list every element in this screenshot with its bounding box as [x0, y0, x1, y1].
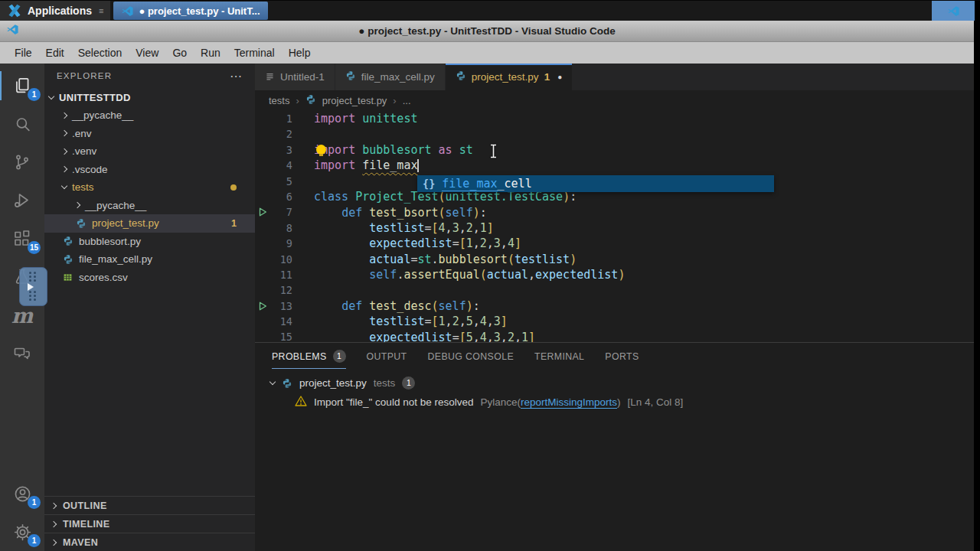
- activity-settings-button[interactable]: 1: [0, 513, 44, 551]
- more-actions-icon[interactable]: ⋯: [230, 69, 243, 83]
- python-icon: [456, 70, 466, 83]
- code-line-8: 8 testlist=[4,3,2,1]: [255, 220, 974, 236]
- code-line-13: 13 def test_desc(self):: [255, 298, 974, 314]
- tree-item-tests[interactable]: tests: [44, 178, 255, 197]
- activity-explorer-button[interactable]: 1: [0, 67, 44, 105]
- code-line-2: 2: [255, 126, 974, 142]
- panel-tab-output[interactable]: OUTPUT: [367, 343, 407, 369]
- activity-run-debug-button[interactable]: [0, 181, 44, 220]
- tree-item-label: file_max_cell.py: [79, 253, 152, 265]
- run-test-icon[interactable]: [257, 207, 268, 220]
- screen-overlay-drag-handle[interactable]: [19, 267, 47, 306]
- code-action-lightbulb-icon[interactable]: [316, 145, 326, 155]
- extensions-badge: 15: [28, 241, 41, 254]
- tree-item-scores-csv[interactable]: scores.csv: [44, 269, 255, 287]
- panel-tab-problems[interactable]: PROBLEMS1: [272, 343, 346, 369]
- python-icon: [345, 70, 356, 83]
- screen-edge: [975, 1, 980, 21]
- tree-item-label: tests: [72, 181, 94, 193]
- section-timeline[interactable]: TIMELINE: [44, 514, 255, 533]
- search-icon: [13, 115, 32, 134]
- menu-help[interactable]: Help: [282, 47, 318, 59]
- doc-icon: [265, 71, 275, 83]
- code-editor[interactable]: 1import unittest23import bubblesort as s…: [255, 111, 974, 342]
- suggest-widget[interactable]: {} file_max_cell: [417, 175, 774, 192]
- source-control-icon: [13, 153, 31, 171]
- tree-item-project-test-py[interactable]: project_test.py1: [44, 214, 255, 233]
- section-outline[interactable]: OUTLINE: [44, 496, 255, 514]
- tree-item--venv[interactable]: .venv: [44, 142, 255, 161]
- tree-item--vscode[interactable]: .vscode: [44, 161, 255, 179]
- tab-file-max-cell-py[interactable]: file_max_cell.py: [335, 64, 446, 90]
- code-lines: 1import unittest23import bubblesort as s…: [255, 111, 974, 342]
- breadcrumb-item[interactable]: ...: [403, 95, 411, 106]
- menu-file[interactable]: File: [8, 47, 39, 59]
- problem-message: Import "file_" could not be resolved: [314, 396, 473, 408]
- problem-file-group[interactable]: project_test.py tests 1: [255, 373, 974, 393]
- activity-account-button[interactable]: 1: [0, 474, 44, 513]
- menu-view[interactable]: View: [129, 47, 165, 59]
- tree-item-bubblesort-py[interactable]: bubblesort.py: [44, 233, 255, 251]
- panel-tab-ports[interactable]: PORTS: [605, 343, 639, 369]
- tree-item-label: project_test.py: [92, 217, 159, 229]
- account-badge: 1: [28, 496, 41, 509]
- tree-item--pycache-[interactable]: __pycache__: [44, 197, 255, 215]
- tree-item--env[interactable]: .env: [44, 125, 255, 143]
- activity-extensions-button[interactable]: 15: [0, 220, 44, 258]
- play-icon: [28, 283, 34, 291]
- menu-selection[interactable]: Selection: [71, 47, 129, 59]
- breadcrumb-item[interactable]: tests: [269, 95, 289, 106]
- tree-item-label: UNITTESTTDD: [59, 92, 131, 103]
- tab-label: file_max_cell.py: [361, 71, 435, 83]
- tree-item-label: __pycache__: [72, 109, 133, 121]
- gutter: 9: [255, 236, 314, 251]
- taskbar-right-button[interactable]: [932, 1, 975, 21]
- applications-menu-button[interactable]: Applications ≡: [0, 1, 110, 21]
- taskbar-window-button[interactable]: ● project_test.py - UnitT...: [113, 2, 267, 20]
- panel-tab-label: OUTPUT: [367, 351, 407, 362]
- activity-comments-button[interactable]: [0, 334, 44, 373]
- breadcrumb-item[interactable]: project_test.py: [322, 95, 387, 106]
- activity-source-control-button[interactable]: [0, 143, 44, 181]
- tree-item-label: bubblesort.py: [79, 236, 141, 247]
- gutter: 4: [255, 158, 314, 173]
- dirty-dot[interactable]: ●: [557, 73, 562, 81]
- run-test-icon[interactable]: [257, 301, 268, 315]
- menu-go[interactable]: Go: [165, 47, 194, 59]
- panel-tab-label: DEBUG CONSOLE: [428, 351, 514, 362]
- menu-edit[interactable]: Edit: [39, 47, 71, 59]
- problem-count-badge: 1: [402, 377, 415, 390]
- line-number: 5: [286, 175, 292, 187]
- section-maven[interactable]: MAVEN: [44, 533, 255, 551]
- menu-run[interactable]: Run: [194, 47, 227, 59]
- line-number: 10: [280, 253, 292, 266]
- line-number: 14: [280, 315, 292, 328]
- code-line-12: 12: [255, 282, 974, 298]
- problem-item[interactable]: Import "file_" could not be resolved Pyl…: [255, 393, 974, 411]
- problem-rule-link[interactable]: reportMissingImports: [521, 396, 617, 408]
- section-label: MAVEN: [63, 537, 98, 548]
- tree-item--pycache-[interactable]: __pycache__: [44, 106, 255, 125]
- python-icon: [75, 218, 87, 229]
- gutter: 10: [255, 252, 314, 267]
- panel-tab-terminal[interactable]: TERMINAL: [534, 343, 584, 369]
- panel-tab-badge: 1: [333, 350, 346, 363]
- tab-untitled-1[interactable]: Untitled-1: [255, 64, 335, 90]
- code-line-14: 14 testlist=[1,2,5,4,3]: [255, 314, 974, 329]
- chevron-right-icon: [51, 520, 57, 527]
- tree-item-unittesttdd[interactable]: UNITTESTTDD: [44, 88, 255, 106]
- window-title: ● project_test.py - UnitTestTDD - Visual…: [0, 25, 974, 37]
- menu-terminal[interactable]: Terminal: [227, 47, 282, 59]
- panel-tab-debug-console[interactable]: DEBUG CONSOLE: [428, 343, 514, 369]
- modified-dot: [230, 184, 237, 191]
- applications-label: Applications: [28, 5, 92, 17]
- code-line-3: 3import bubblesort as st: [255, 142, 974, 158]
- code-line-1: 1import unittest: [255, 111, 974, 126]
- chevron-right-icon: [51, 539, 57, 545]
- taskbar-window-label: ● project_test.py - UnitT...: [139, 5, 260, 17]
- activity-search-button[interactable]: [0, 105, 44, 143]
- file-tree: UNITTESTTDD__pycache__.env.venv.vscodete…: [44, 88, 255, 286]
- tree-item-file-max-cell-py[interactable]: file_max_cell.py: [44, 250, 255, 269]
- tab-project-test-py[interactable]: project_test.py1●: [446, 64, 573, 90]
- tab-label: Untitled-1: [280, 71, 325, 83]
